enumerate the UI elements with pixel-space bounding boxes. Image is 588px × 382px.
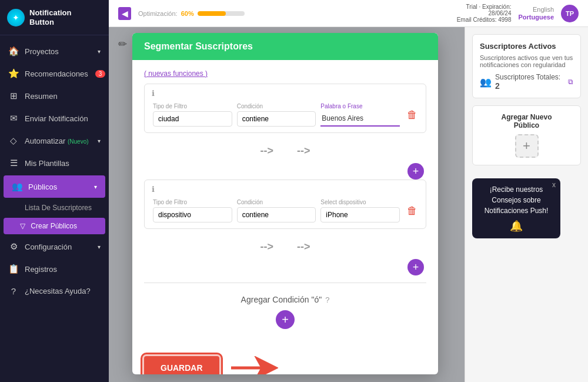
filter-col-tipo-1: Tipo de Filtro ciudad bbox=[153, 103, 232, 127]
tipo-select-2[interactable]: dispositivo bbox=[153, 207, 232, 222]
agregar-nuevo-title: Agregar NuevoPúblico bbox=[480, 113, 573, 129]
sidebar-submenu-publicos: Lista De Suscriptores ▽ Crear Públicos bbox=[0, 199, 109, 234]
logo-icon: ✦ bbox=[7, 9, 25, 26]
modal-footer: GUARDAR bbox=[132, 349, 438, 374]
lang-english[interactable]: English bbox=[533, 6, 554, 13]
condicion-help-icon: ? bbox=[325, 295, 329, 304]
condicion-select-2[interactable]: contiene bbox=[237, 207, 316, 222]
add-filter-1-button[interactable]: + bbox=[407, 163, 424, 180]
sidebar-item-plantillas[interactable]: ☰ Mis Plantillas bbox=[0, 152, 109, 174]
arrow-svg bbox=[231, 356, 278, 374]
sidebar-item-publicos[interactable]: 👥 Públicos ▾ bbox=[4, 175, 105, 198]
add-nuevo-publico-button[interactable]: + bbox=[515, 134, 539, 158]
trial-expiration: Trial · Expiración: bbox=[466, 4, 512, 10]
sidebar-item-ayuda[interactable]: ? ¿Necesitas Ayuda? bbox=[0, 280, 109, 302]
suscriptores-totales-stat: 👥 Suscriptores Totales: 2 ⧉ bbox=[480, 73, 573, 91]
agregar-condicion-label: Agregar Condición "ó" bbox=[241, 295, 322, 304]
sidebar-label-publicos: Públicos bbox=[28, 182, 57, 191]
user-avatar[interactable]: TP bbox=[561, 5, 579, 22]
sidebar-item-enviar[interactable]: ✉ Enviar Notificación bbox=[0, 107, 109, 129]
email-credits: Email Créditos: 4998 bbox=[457, 16, 512, 23]
filter-block-1: ℹ Tipo de Filtro ciudad Condición bbox=[144, 84, 426, 133]
filter-row-2: Tipo de Filtro dispositivo Condición con… bbox=[153, 199, 417, 222]
filter-sub-icon: ▽ bbox=[20, 222, 25, 230]
suscriptores-totales-label: Suscriptores Totales: bbox=[495, 73, 560, 81]
right-panel: Suscriptores Activos Suscriptores activo… bbox=[465, 27, 588, 382]
language-selector: English Portuguese bbox=[518, 6, 554, 21]
opt-bar-bg bbox=[198, 11, 245, 16]
chevron-icon: ▾ bbox=[98, 48, 101, 55]
sidebar-label-registros: Registros bbox=[25, 265, 57, 274]
sidebar: ✦ NotificationButton 🏠 Proyectos ▾ ⭐ Rec… bbox=[0, 0, 109, 382]
guardar-button[interactable]: GUARDAR bbox=[144, 356, 219, 374]
template-icon: ☰ bbox=[8, 158, 19, 168]
valor-label-1: Palabra o Frase bbox=[320, 103, 400, 109]
filter-col-valor-1: Palabra o Frase bbox=[320, 103, 400, 127]
bell-icon: 🔔 bbox=[479, 220, 553, 232]
optimization-bar: Optimización: 60% bbox=[138, 10, 245, 17]
sidebar-logo: ✦ NotificationButton bbox=[0, 0, 109, 35]
trial-info: Trial · Expiración: 28/06/24 Email Crédi… bbox=[457, 4, 512, 23]
arrow-2a: --> bbox=[260, 241, 274, 253]
condicion-select-1[interactable]: contiene bbox=[237, 111, 316, 127]
condicion-label-2: Condición bbox=[237, 199, 316, 205]
logo-text: NotificationButton bbox=[29, 8, 72, 26]
sidebar-nav: 🏠 Proyectos ▾ ⭐ Recomendaciones 3 ⊞ Resu… bbox=[0, 35, 109, 382]
opt-label: Optimización: bbox=[138, 10, 178, 17]
arrow-1b: --> bbox=[297, 145, 310, 157]
sidebar-item-recomendaciones[interactable]: ⭐ Recomendaciones 3 bbox=[0, 62, 109, 85]
grid-icon: ⊞ bbox=[8, 91, 19, 101]
notification-popup: x ¡Recibe nuestros Consejos sobre Notifi… bbox=[472, 178, 560, 238]
tipo-label-1: Tipo de Filtro bbox=[153, 103, 232, 109]
notification-close-button[interactable]: x bbox=[552, 181, 556, 189]
valor-input-1[interactable] bbox=[320, 111, 400, 127]
sidebar-label-crear: Crear Públicos bbox=[31, 222, 77, 230]
sidebar-label-recomendaciones: Recomendaciones bbox=[25, 69, 88, 78]
add-condicion-button[interactable]: + bbox=[276, 310, 295, 329]
copy-icon[interactable]: ⧉ bbox=[568, 78, 573, 86]
sidebar-toggle-button[interactable]: ◀ bbox=[118, 7, 131, 20]
trial-date: 28/06/24 bbox=[489, 10, 512, 16]
filter-col-condicion-2: Condición contiene bbox=[237, 199, 316, 222]
sidebar-item-automatizar[interactable]: ◇ Automatizar (Nuevo) ▾ bbox=[0, 129, 109, 152]
segmentar-modal: Segmentar Suscriptores ( nuevas funcione… bbox=[132, 33, 438, 374]
condicion-label-1: Condición bbox=[237, 103, 316, 109]
agregar-condicion-section: Agregar Condición "ó" ? + bbox=[144, 290, 426, 340]
arrow-2b: --> bbox=[297, 241, 310, 253]
filter-col-condicion-1: Condición contiene bbox=[237, 103, 316, 127]
arrow-1a: --> bbox=[260, 145, 274, 157]
delete-filter-2-button[interactable]: 🗑 bbox=[407, 205, 417, 217]
guardar-arrow-indicator bbox=[231, 356, 278, 374]
sidebar-item-registros[interactable]: 📋 Registros bbox=[0, 258, 109, 280]
modal-title: Segmentar Suscriptores bbox=[144, 41, 253, 51]
sidebar-item-proyectos[interactable]: 🏠 Proyectos ▾ bbox=[0, 40, 109, 62]
info-icon-2: ℹ bbox=[152, 185, 155, 194]
sidebar-item-lista[interactable]: Lista De Suscriptores bbox=[0, 199, 109, 217]
gear-icon: ⚙ bbox=[8, 241, 19, 252]
users-stat-icon: 👥 bbox=[480, 77, 492, 88]
list-icon: 📋 bbox=[8, 264, 19, 274]
nuevas-funciones-link[interactable]: ( nuevas funciones ) bbox=[144, 69, 208, 78]
sidebar-item-resumen[interactable]: ⊞ Resumen bbox=[0, 85, 109, 107]
bg-panel: ✏ Crear Públicos ¡Expira HOY! VER PLANES… bbox=[109, 27, 465, 382]
star-icon: ⭐ bbox=[8, 68, 19, 79]
lang-portuguese[interactable]: Portuguese bbox=[518, 14, 554, 21]
sidebar-item-crear[interactable]: ▽ Crear Públicos bbox=[4, 218, 105, 234]
users-icon: 👥 bbox=[12, 181, 22, 192]
suscriptores-activos-desc: Suscriptores activos que ven tus notific… bbox=[480, 54, 573, 68]
add-filter-row-2: + bbox=[144, 259, 426, 275]
page-body: ✏ Crear Públicos ¡Expira HOY! VER PLANES… bbox=[109, 27, 588, 382]
notification-text: ¡Recibe nuestros Consejos sobre Notifica… bbox=[479, 184, 553, 216]
add-filter-2-button[interactable]: + bbox=[407, 259, 424, 275]
sidebar-item-configuracion[interactable]: ⚙ Configuración ▾ bbox=[0, 235, 109, 258]
tipo-select-1[interactable]: ciudad bbox=[153, 111, 232, 127]
delete-filter-1-button[interactable]: 🗑 bbox=[407, 109, 417, 121]
modal-body: ( nuevas funciones ) ℹ Tipo de Filtro ci… bbox=[132, 60, 438, 349]
arrow-row-1: --> --> bbox=[144, 141, 426, 161]
dispositivo-select[interactable]: iPhone bbox=[320, 207, 400, 222]
modal-divider bbox=[144, 283, 426, 283]
tipo-label-2: Tipo de Filtro bbox=[153, 199, 232, 205]
filter-col-tipo-2: Tipo de Filtro dispositivo bbox=[153, 199, 232, 222]
opt-percentage: 60% bbox=[181, 10, 194, 17]
home-icon: 🏠 bbox=[8, 46, 19, 57]
